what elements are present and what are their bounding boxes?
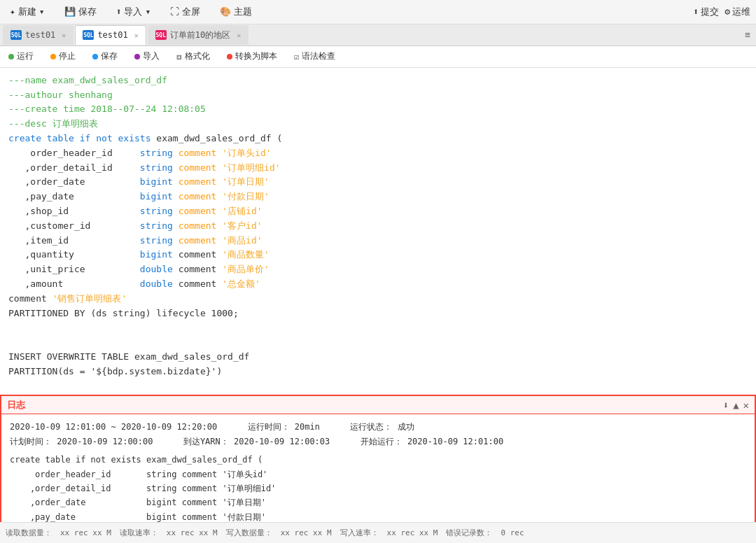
import-dropdown-icon: ▾	[145, 6, 150, 17]
editor-field-3: ,order_date bigint comment '订单日期'	[8, 175, 748, 190]
submit-icon: ⬆	[693, 6, 699, 17]
editor-line-1: ---name exam_dwd_sales_ord_df	[8, 73, 748, 88]
log-panel: 日志 ⬇ ▲ ✕ 2020-10-09 12:01:00 ~ 2020-10-0…	[0, 395, 756, 543]
import-action-icon	[134, 54, 140, 59]
error-label: 错误记录数：	[446, 528, 492, 538]
read-data-label: 读取数据量：	[6, 528, 52, 538]
save-action-button[interactable]: 保存	[90, 49, 120, 64]
stop-icon	[50, 54, 56, 59]
tab-label-1: test01	[25, 30, 55, 40]
editor-line-insert: INSERT OVERWRITE TABLE exam_dwd_sales_or…	[8, 350, 748, 365]
sql-icon-2: SQL	[83, 30, 94, 40]
editor-field-5: ,shop_id string comment '店铺id'	[8, 204, 748, 219]
theme-icon: 🎨	[220, 6, 231, 17]
main-container: ✦ 新建 ▾ 💾 保存 ⬆ 导入 ▾ ⛶ 全屏 🎨 主题 ⬆ 提交 ⚙	[0, 0, 756, 543]
save-action-icon	[92, 54, 98, 59]
tab-label-2: test01	[97, 30, 127, 40]
log-expand-button[interactable]: ▲	[733, 400, 738, 411]
editor-line-partition2: PARTITION(ds = '${bdp.system.bizdate}')	[8, 365, 748, 379]
log-controls: ⬇ ▲ ✕	[723, 400, 749, 411]
log-title: 日志	[7, 399, 25, 411]
read-data-val: xx rec xx M	[60, 528, 111, 537]
tab-test01-1[interactable]: SQL test01 ✕	[3, 25, 74, 45]
error-val: 0 rec	[500, 528, 524, 537]
stop-button[interactable]: 停止	[48, 49, 78, 64]
write-data-val: xx rec xx M	[281, 528, 332, 537]
tabs-menu-button[interactable]: ≡	[742, 27, 753, 43]
tab-test01-2[interactable]: SQL test01 ✕	[75, 25, 146, 45]
editor-blank-1	[8, 320, 748, 335]
editor-blank-2	[8, 335, 748, 350]
new-button[interactable]: ✦ 新建 ▾	[6, 3, 49, 20]
editor-field-10: ,amount double comment '总金额'	[8, 277, 748, 292]
log-download-button[interactable]: ⬇	[723, 400, 729, 411]
syntax-icon: ☑	[294, 52, 299, 62]
tab-close-3[interactable]: ✕	[237, 31, 241, 39]
editor-area[interactable]: ---name exam_dwd_sales_ord_df ---authour…	[0, 68, 756, 395]
new-icon: ✦	[10, 6, 15, 17]
convert-button[interactable]: 转换为脚本	[224, 49, 280, 64]
log-code-line-2: ,order_detail_id string comment '订单明细id'	[10, 481, 746, 495]
run-button[interactable]: 运行	[6, 49, 36, 64]
tab-order-top10[interactable]: SQL 订单前10的地区 ✕	[148, 25, 248, 45]
editor-line-2: ---authour shenhang	[8, 88, 748, 103]
save-icon: 💾	[64, 6, 76, 17]
syntax-button[interactable]: ☑ 语法检查	[291, 49, 338, 64]
fullscreen-icon: ⛶	[170, 6, 179, 17]
editor-field-6: ,customer_id string comment '客户id'	[8, 219, 748, 234]
tabs-row: SQL test01 ✕ SQL test01 ✕ SQL 订单前10的地区 ✕…	[0, 24, 756, 46]
editor-line-create: create table if not exists exam_dwd_sale…	[8, 132, 748, 146]
status-bar: 读取数据量： xx rec xx M 读取速率： xx rec xx M 写入数…	[0, 522, 756, 543]
write-data-label: 写入数据量：	[226, 528, 272, 538]
format-button[interactable]: ⧈ 格式化	[174, 49, 213, 64]
tab-close-2[interactable]: ✕	[134, 31, 139, 39]
editor-line-4: ---desc 订单明细表	[8, 117, 748, 132]
import-top-button[interactable]: ⬆ 导入 ▾	[112, 3, 155, 20]
log-code-line-3: ,order_date bigint comment '订单日期'	[10, 495, 746, 509]
save-top-button[interactable]: 💾 保存	[60, 3, 101, 20]
log-close-button[interactable]: ✕	[743, 400, 749, 411]
tab-close-1[interactable]: ✕	[62, 31, 66, 39]
write-speed-label: 写入速率：	[340, 528, 379, 538]
editor-field-2: ,order_detail_id string comment '订单明细id'	[8, 161, 748, 176]
editor-line-3: ---create time 2018--07--24 12:08:05	[8, 102, 748, 117]
action-bar: 运行 停止 保存 导入 ⧈ 格式化 转换为脚本 ☑ 语法检查	[0, 46, 756, 68]
theme-button[interactable]: 🎨 主题	[216, 3, 256, 20]
log-time-range: 2020-10-09 12:01:00 ~ 2020-10-09 12:20:0…	[10, 420, 746, 434]
editor-field-1: order_header_id string comment '订单头id'	[8, 146, 748, 161]
ops-icon: ⚙	[724, 6, 730, 17]
top-toolbar: ✦ 新建 ▾ 💾 保存 ⬆ 导入 ▾ ⛶ 全屏 🎨 主题 ⬆ 提交 ⚙	[0, 0, 756, 24]
sql-icon-1: SQL	[10, 30, 22, 40]
ops-button[interactable]: ⚙ 运维	[724, 6, 750, 18]
read-speed-label: 读取速率：	[120, 528, 158, 538]
log-code-line-1: order_header_id string comment '订单头id'	[10, 467, 746, 481]
sql-icon-3: SQL	[155, 30, 167, 40]
editor-field-7: ,item_id string comment '商品id'	[8, 234, 748, 248]
editor-field-9: ,unit_price double comment '商品单价'	[8, 262, 748, 277]
write-speed-val: xx rec xx M	[387, 528, 438, 537]
log-code-line-0: create table if not exists exam_dwd_sale…	[10, 453, 746, 467]
import-icon: ⬆	[116, 6, 122, 17]
submit-button[interactable]: ⬆ 提交	[693, 6, 719, 18]
editor-field-4: ,pay_date bigint comment '付款日期'	[8, 190, 748, 204]
read-speed-val: xx rec xx M	[167, 528, 218, 537]
fullscreen-button[interactable]: ⛶ 全屏	[166, 3, 204, 20]
tab-label-3: 订单前10的地区	[170, 29, 230, 41]
run-icon	[8, 54, 14, 59]
editor-line-comment-table: comment '销售订单明细表'	[8, 292, 748, 306]
convert-icon	[227, 54, 232, 59]
log-header: 日志 ⬇ ▲ ✕	[1, 396, 755, 414]
import-action-button[interactable]: 导入	[132, 49, 162, 64]
editor-field-8: ,quantity bigint comment '商品数量'	[8, 248, 748, 262]
editor-line-partition: PARTITIONED BY (ds string) lifecycle 100…	[8, 306, 748, 321]
log-schedule-line: 计划时间： 2020-10-09 12:00:00 到达YARN： 2020-1…	[10, 435, 746, 449]
top-toolbar-right: ⬆ 提交 ⚙ 运维	[693, 6, 750, 18]
format-icon: ⧈	[176, 52, 182, 62]
new-dropdown-icon: ▾	[39, 6, 45, 17]
